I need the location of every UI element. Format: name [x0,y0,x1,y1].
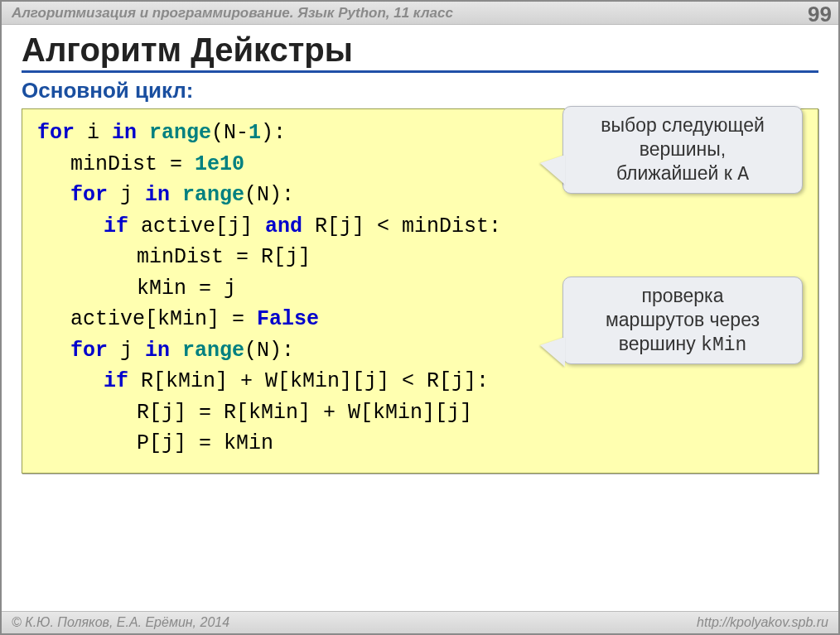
callout-line: маршрутов через [575,308,790,332]
callout-line: ближайшей к A [575,161,790,187]
code-line: R[j] = R[kMin] + W[kMin][j] [37,397,803,429]
callout-line: вершины, [575,137,790,161]
section-label: Основной цикл: [22,78,818,103]
callout-check-routes: проверка маршрутов через вершину kMin [562,277,803,364]
code-line: if active[j] and R[j] < minDist: [37,211,803,243]
page-number: 99 [808,2,832,27]
authors-label: © К.Ю. Поляков, Е.А. Ерёмин, 2014 [12,615,229,630]
source-url: http://kpolyakov.spb.ru [697,615,828,630]
callout-next-vertex: выбор следующей вершины, ближайшей к A [562,106,803,194]
callout-line: вершину kMin [575,332,790,358]
content: Алгоритм Дейкстры Основной цикл: for i i… [22,31,818,609]
callout-line: выбор следующей [575,113,790,137]
code-line: if R[kMin] + W[kMin][j] < R[j]: [37,366,803,397]
callout-tail [540,337,565,367]
page-title: Алгоритм Дейкстры [22,31,818,73]
footer: © К.Ю. Поляков, Е.А. Ерёмин, 2014 http:/… [2,611,838,633]
callout-tail [540,155,565,185]
code-line: P[j] = kMin [37,428,803,459]
code-line: minDist = R[j] [37,242,803,273]
subject-label: Алгоритмизация и программирование. Язык … [12,5,453,22]
code-block: for i in range(N-1): minDist = 1e10 for … [22,108,818,474]
callout-line: проверка [575,284,790,308]
topbar: Алгоритмизация и программирование. Язык … [2,2,838,25]
slide: Алгоритмизация и программирование. Язык … [0,0,840,635]
